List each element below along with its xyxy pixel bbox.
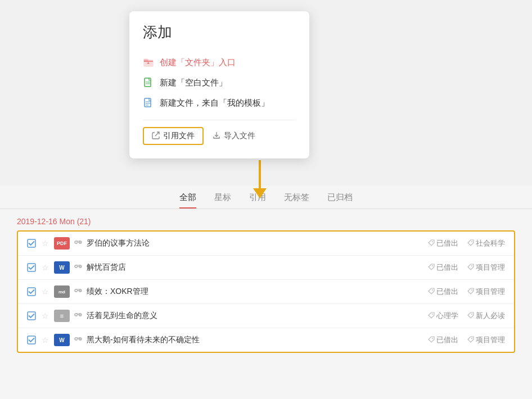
svg-point-23 — [471, 314, 472, 315]
file-tag-1-0: 已借出 — [428, 238, 458, 248]
star-1[interactable]: ☆ — [40, 239, 49, 248]
checkbox-4[interactable] — [27, 311, 36, 320]
bottom-actions: 引用文件 导入文件 — [143, 127, 296, 145]
file-tags-2: 已借出 项目管理 — [428, 262, 505, 273]
file-name-4: 活着见到生命的意义 — [87, 311, 423, 321]
file-name-5: 黑大鹅-如何看待未来的不确定性 — [87, 335, 423, 345]
file-icon-md-3: md — [54, 285, 70, 298]
table-row[interactable]: ☆ ≡ 活着见到生命的意义 心理学 新人必读 — [18, 304, 514, 328]
tab-archived[interactable]: 已归档 — [327, 192, 353, 208]
svg-point-22 — [432, 314, 433, 315]
create-folder-item[interactable]: + 创建「文件夹」入口 — [143, 52, 296, 72]
link-icon-1 — [74, 239, 82, 248]
blank-file-icon — [143, 77, 154, 88]
file-tag-2-1: 项目管理 — [467, 262, 505, 273]
new-blank-item[interactable]: 新建「空白文件」 — [143, 72, 296, 93]
file-tags-5: 已借出 项目管理 — [428, 335, 505, 345]
date-header: 2019-12-16 Mon (21) — [0, 209, 532, 230]
cite-file-button[interactable]: 引用文件 — [143, 127, 204, 145]
add-dropdown-card: 添加 + 创建「文件夹」入口 新建「空白文件」 — [129, 11, 309, 158]
tab-star[interactable]: 星标 — [214, 192, 231, 208]
svg-point-20 — [471, 289, 472, 291]
star-5[interactable]: ☆ — [40, 335, 49, 344]
import-icon — [213, 132, 220, 141]
file-tag-3-1: 项目管理 — [467, 287, 505, 297]
star-2[interactable]: ☆ — [40, 263, 49, 272]
new-template-item[interactable]: 新建文件，来自「我的模板」 — [143, 93, 296, 113]
import-file-label: 导入文件 — [224, 131, 255, 141]
file-tag-4-1: 新人必读 — [467, 311, 505, 321]
file-icon-word-5: W — [54, 334, 70, 346]
checkbox-3[interactable] — [27, 287, 36, 296]
file-icon-pdf-1: PDF — [54, 237, 70, 250]
svg-point-19 — [432, 289, 433, 291]
svg-line-10 — [155, 132, 159, 136]
file-tags-1: 已借出 社会科学 — [428, 238, 505, 248]
divider — [143, 120, 296, 120]
star-3[interactable]: ☆ — [40, 287, 49, 296]
file-name-3: 绩效：XOKR管理 — [87, 287, 423, 297]
arrow — [253, 160, 267, 198]
table-row[interactable]: ☆ W 解忧百货店 已借出 项目管理 — [18, 256, 514, 280]
star-4[interactable]: ☆ — [40, 311, 49, 320]
template-file-icon — [143, 97, 154, 108]
cite-file-label: 引用文件 — [163, 131, 195, 141]
file-tags-4: 心理学 新人必读 — [428, 311, 505, 321]
checkbox-1[interactable] — [27, 239, 36, 248]
link-icon-5 — [74, 335, 82, 345]
import-file-button[interactable]: 导入文件 — [213, 131, 255, 141]
link-icon-4 — [74, 311, 82, 321]
file-tag-1-1: 社会科学 — [467, 238, 505, 248]
checkbox-2[interactable] — [27, 263, 36, 272]
cite-icon — [152, 132, 160, 141]
svg-point-17 — [471, 265, 472, 266]
svg-point-14 — [471, 241, 472, 242]
file-tag-4-0: 心理学 — [428, 311, 458, 321]
new-template-label: 新建文件，来自「我的模板」 — [160, 98, 269, 108]
table-row[interactable]: ☆ md 绩效：XOKR管理 已借出 项目管理 — [18, 280, 514, 304]
tab-no-tag[interactable]: 无标签 — [284, 192, 309, 208]
create-folder-label: 创建「文件夹」入口 — [160, 57, 236, 68]
file-tag-2-0: 已借出 — [428, 262, 458, 273]
svg-point-16 — [432, 265, 433, 266]
svg-point-13 — [432, 241, 433, 242]
file-icon-word-2: W — [54, 261, 70, 274]
table-row[interactable]: ☆ W 黑大鹅-如何看待未来的不确定性 已借出 项目管理 — [18, 328, 514, 352]
file-tags-3: 已借出 项目管理 — [428, 287, 505, 297]
table-row[interactable]: ☆ PDF 罗伯的议事方法论 已借出 社会科学 — [18, 232, 514, 256]
link-icon-2 — [74, 263, 82, 273]
file-name-2: 解忧百货店 — [87, 262, 423, 273]
new-blank-label: 新建「空白文件」 — [160, 78, 227, 88]
file-tag-5-1: 项目管理 — [467, 335, 505, 345]
file-list: ☆ PDF 罗伯的议事方法论 已借出 社会科学 — [17, 230, 515, 353]
main-content-area: 全部 星标 引用 无标签 已归档 2019-12-16 Mon (21) ☆ P… — [0, 185, 532, 399]
file-tag-5-0: 已借出 — [428, 335, 458, 345]
file-tag-3-0: 已借出 — [428, 287, 458, 297]
svg-point-26 — [471, 338, 472, 339]
file-icon-txt-4: ≡ — [54, 310, 70, 322]
tab-all[interactable]: 全部 — [179, 192, 196, 208]
checkbox-5[interactable] — [27, 335, 36, 344]
svg-text:+: + — [147, 61, 150, 66]
svg-point-25 — [432, 338, 433, 339]
svg-rect-6 — [145, 98, 151, 107]
link-icon-3 — [74, 287, 82, 297]
file-name-1: 罗伯的议事方法论 — [87, 238, 423, 248]
dropdown-title: 添加 — [143, 22, 296, 42]
folder-icon: + — [143, 57, 154, 68]
